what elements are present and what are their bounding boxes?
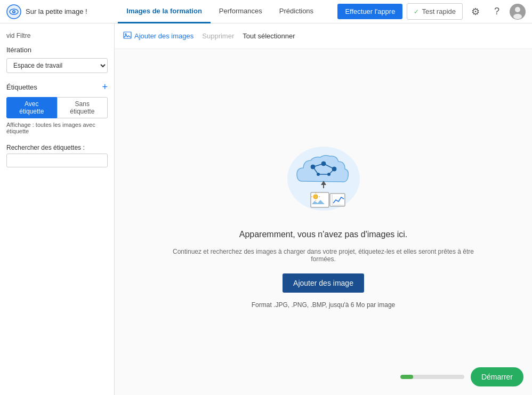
sidebar: vid Filtre Itération Espace de travail É…: [0, 23, 115, 395]
iteration-select[interactable]: Espace de travail: [6, 58, 108, 73]
svg-rect-22: [311, 192, 329, 207]
main-layout: vid Filtre Itération Espace de travail É…: [0, 23, 532, 395]
empty-subtitle: Continuez et recherchez des images à cha…: [164, 248, 483, 263]
empty-illustration: [281, 136, 366, 221]
nav-images[interactable]: Images de la formation: [118, 0, 211, 23]
nav-performances[interactable]: Performances: [211, 0, 271, 23]
bottom-bar: Démarrer: [400, 367, 523, 386]
progress-bar-container: [400, 375, 464, 379]
progress-bar-fill: [400, 375, 413, 379]
search-etiquettes-input[interactable]: [6, 154, 108, 167]
check-icon: ✓: [414, 8, 419, 15]
svg-point-3: [13, 11, 14, 12]
empty-add-images-button[interactable]: Ajouter des image: [283, 273, 364, 293]
user-avatar[interactable]: [510, 4, 526, 20]
nav-predictions[interactable]: Prédictions: [271, 0, 322, 23]
test-button[interactable]: ✓ Test rapide: [407, 3, 463, 20]
settings-icon: ⚙: [471, 6, 480, 18]
header: Sur la petite image ! Images de la forma…: [0, 0, 532, 23]
search-label: Rechercher des étiquettes :: [6, 144, 108, 151]
add-etiquette-button[interactable]: +: [102, 82, 108, 93]
add-images-label: Ajouter des images: [134, 32, 194, 40]
image-file-icon: [123, 31, 132, 41]
iteration-section: Itération Espace de travail: [6, 46, 108, 73]
main-content: Ajouter des images Supprimer Tout sélect…: [115, 23, 532, 395]
content-toolbar: Ajouter des images Supprimer Tout sélect…: [115, 23, 532, 49]
help-button[interactable]: ?: [488, 3, 505, 20]
settings-button[interactable]: ⚙: [467, 3, 484, 20]
add-images-button[interactable]: Ajouter des images: [123, 29, 194, 43]
header-actions: Effectuer l'appre ✓ Test rapide ⚙ ?: [337, 3, 526, 20]
delete-button[interactable]: Supprimer: [202, 30, 234, 42]
add-icon: +: [102, 82, 108, 93]
search-section: Rechercher des étiquettes :: [6, 141, 108, 167]
test-button-label: Test rapide: [422, 7, 456, 15]
empty-state: Apparemment, vous n'avez pas d'images ic…: [115, 49, 532, 395]
app-title: Sur la petite image !: [26, 7, 87, 15]
filter-row: vid Filtre: [6, 32, 108, 39]
logo-area: Sur la petite image !: [6, 4, 102, 19]
affichage-text: Affichage : toutes les images avec étiqu…: [6, 122, 108, 134]
svg-point-5: [515, 7, 520, 12]
iteration-label: Itération: [6, 46, 108, 54]
etiquettes-section: Étiquettes + Avec étiquette Sans étiquet…: [6, 79, 108, 134]
train-button[interactable]: Effectuer l'appre: [337, 4, 402, 19]
empty-title: Apparemment, vous n'avez pas d'images ic…: [239, 230, 408, 239]
svg-rect-7: [124, 32, 131, 38]
tag-with-button[interactable]: Avec étiquette: [6, 97, 57, 118]
svg-point-23: [313, 195, 318, 199]
delete-label: Supprimer: [202, 32, 234, 40]
app-logo-icon: [6, 4, 21, 19]
svg-point-6: [513, 14, 522, 19]
select-all-button[interactable]: Tout sélectionner: [243, 30, 295, 42]
filter-label: vid Filtre: [6, 32, 30, 39]
main-nav: Images de la formation Performances Préd…: [102, 0, 337, 23]
tag-filter-buttons: Avec étiquette Sans étiquette: [6, 97, 108, 118]
tag-without-button[interactable]: Sans étiquette: [57, 97, 108, 118]
help-icon: ?: [494, 6, 499, 17]
svg-point-8: [125, 34, 127, 35]
etiquettes-label: Étiquettes: [6, 83, 37, 91]
format-hint: Format .JPG, .PNG, .BMP, jusqu'à 6 Mo pa…: [252, 301, 396, 309]
demarrer-button[interactable]: Démarrer: [471, 367, 523, 386]
etiquettes-header: Étiquettes +: [6, 82, 108, 93]
